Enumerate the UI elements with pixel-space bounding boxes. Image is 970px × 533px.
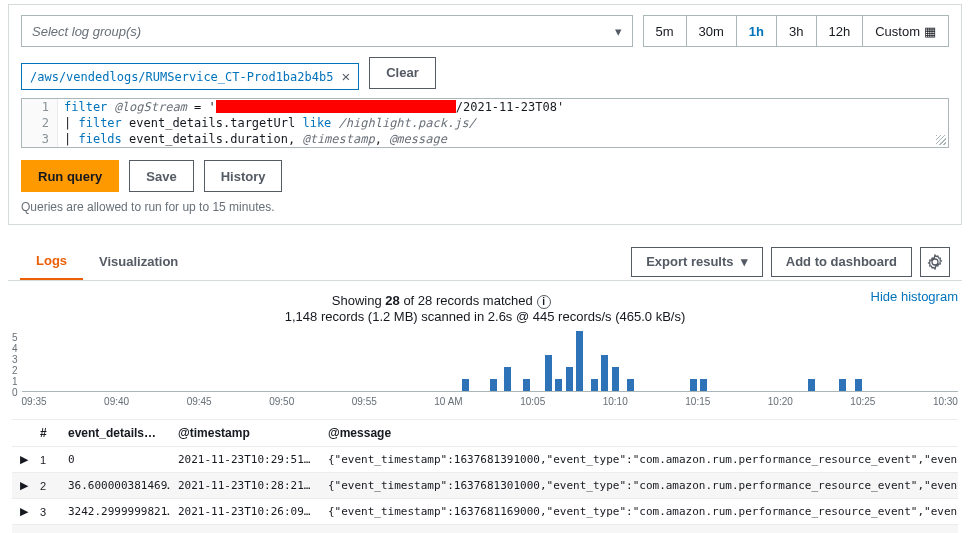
query-editor[interactable]: 1filter @logStream = '/2021-11-23T08' 2|… bbox=[21, 98, 949, 148]
tab-visualization[interactable]: Visualization bbox=[83, 244, 194, 279]
time-range-3h[interactable]: 3h bbox=[777, 15, 816, 47]
expand-icon[interactable]: ▶ bbox=[12, 473, 32, 499]
info-icon[interactable]: i bbox=[537, 295, 551, 309]
histogram-xaxis: 09:3509:4009:4509:5009:5510 AM10:0510:10… bbox=[22, 396, 958, 407]
histogram-bar[interactable] bbox=[612, 367, 619, 391]
hide-histogram-link[interactable]: Hide histogram bbox=[871, 289, 958, 304]
log-group-select[interactable]: Select log group(s) ▾ bbox=[21, 15, 633, 47]
tab-logs[interactable]: Logs bbox=[20, 243, 83, 280]
resize-handle[interactable] bbox=[936, 135, 946, 145]
histogram-bar[interactable] bbox=[490, 379, 497, 391]
histogram-bar[interactable] bbox=[566, 367, 573, 391]
time-range-30m[interactable]: 30m bbox=[687, 15, 737, 47]
expand-icon[interactable]: ▶ bbox=[12, 499, 32, 525]
histogram-bar[interactable] bbox=[700, 379, 707, 391]
histogram-bar[interactable] bbox=[545, 355, 552, 391]
time-range-12h[interactable]: 12h bbox=[817, 15, 864, 47]
query-hint: Queries are allowed to run for up to 15 … bbox=[21, 200, 949, 214]
histogram-yaxis: 543210 bbox=[12, 332, 22, 392]
histogram-bar[interactable] bbox=[591, 379, 598, 391]
calendar-icon: ▦ bbox=[924, 24, 936, 39]
dropdown-icon: ▾ bbox=[615, 24, 622, 39]
histogram-bar[interactable] bbox=[523, 379, 530, 391]
table-row[interactable]: ▶102021-11-23T10:29:51…{"event_timestamp… bbox=[12, 447, 958, 473]
histogram-bar[interactable] bbox=[504, 367, 511, 391]
time-range-picker: 5m30m1h3h12hCustom▦ bbox=[643, 15, 950, 47]
histogram-bar[interactable] bbox=[690, 379, 697, 391]
col-index[interactable]: # bbox=[32, 420, 60, 447]
histogram-bar[interactable] bbox=[601, 355, 608, 391]
time-range-custom[interactable]: Custom▦ bbox=[863, 15, 949, 47]
log-group-tag-label: /aws/vendedlogs/RUMService_CT-Prod1ba2b4… bbox=[30, 70, 333, 84]
col-duration[interactable]: event_details… bbox=[60, 420, 170, 447]
col-message[interactable]: @message bbox=[320, 420, 958, 447]
expand-icon[interactable]: ▶ bbox=[12, 525, 32, 534]
export-results-button[interactable]: Export results ▾ bbox=[631, 247, 763, 277]
histogram-bar[interactable] bbox=[808, 379, 815, 391]
save-button[interactable]: Save bbox=[129, 160, 193, 192]
history-button[interactable]: History bbox=[204, 160, 283, 192]
histogram-bar[interactable] bbox=[462, 379, 469, 391]
histogram-bar[interactable] bbox=[555, 379, 562, 391]
clear-button[interactable]: Clear bbox=[369, 57, 436, 89]
results-summary: Showing 28 of 28 records matchedi 1,148 … bbox=[12, 293, 958, 324]
redacted-block bbox=[216, 100, 456, 113]
histogram-bar[interactable] bbox=[627, 379, 634, 391]
results-table: # event_details… @timestamp @message ▶10… bbox=[12, 419, 958, 533]
histogram-bar[interactable] bbox=[576, 331, 583, 391]
log-group-tag[interactable]: /aws/vendedlogs/RUMService_CT-Prod1ba2b4… bbox=[21, 63, 359, 90]
add-to-dashboard-button[interactable]: Add to dashboard bbox=[771, 247, 912, 277]
gear-icon bbox=[927, 254, 943, 270]
table-row[interactable]: ▶236.600000381469…2021-11-23T10:28:21…{"… bbox=[12, 473, 958, 499]
table-row[interactable]: ▶4607.10000002384…2021-11-23T10:20:36…{"… bbox=[12, 525, 958, 534]
log-group-placeholder: Select log group(s) bbox=[32, 24, 141, 39]
close-icon[interactable]: × bbox=[341, 68, 350, 85]
table-row[interactable]: ▶33242.2999999821…2021-11-23T10:26:09…{"… bbox=[12, 499, 958, 525]
expand-icon[interactable]: ▶ bbox=[12, 447, 32, 473]
run-query-button[interactable]: Run query bbox=[21, 160, 119, 192]
histogram-bar[interactable] bbox=[839, 379, 846, 391]
col-timestamp[interactable]: @timestamp bbox=[170, 420, 320, 447]
settings-button[interactable] bbox=[920, 247, 950, 277]
time-range-5m[interactable]: 5m bbox=[643, 15, 687, 47]
histogram-chart: 543210 09:3509:4009:4509:5009:5510 AM10:… bbox=[12, 332, 958, 407]
time-range-1h[interactable]: 1h bbox=[737, 15, 777, 47]
histogram-bar[interactable] bbox=[855, 379, 862, 391]
